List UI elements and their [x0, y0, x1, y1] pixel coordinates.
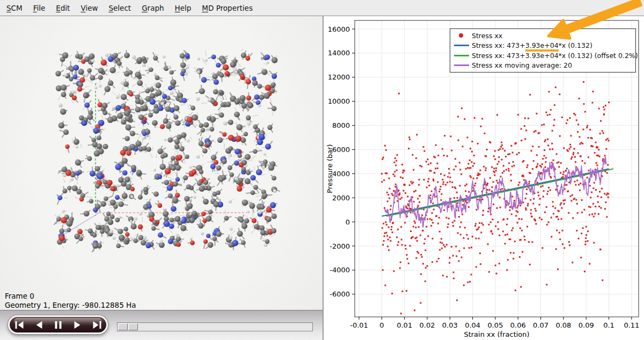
- x-axis-title: Strain xx (fraction): [464, 330, 529, 338]
- svg-text:0.1: 0.1: [603, 321, 614, 329]
- svg-text:0.04: 0.04: [465, 321, 480, 329]
- menu-item-edit[interactable]: Edit: [50, 1, 75, 15]
- menu-item-md-properties[interactable]: MD Properties: [196, 1, 258, 15]
- legend-dot-marker: [453, 33, 470, 38]
- legend-label: Stress xx: 473+3.93e+04*x (0.132) (offse…: [470, 52, 638, 60]
- y-axis-title: Pressure (bar): [326, 144, 334, 193]
- play-button[interactable]: [69, 317, 86, 332]
- frame-status: Frame 0 Geometry 1, Energy: -980.12885 H…: [5, 292, 136, 309]
- skip-to-end-icon: [92, 321, 101, 329]
- svg-text:16000: 16000: [328, 25, 350, 33]
- skip-to-start-button[interactable]: [11, 317, 28, 332]
- frame-label: Frame 0: [5, 292, 136, 301]
- application-window: SCM File Edit View Select Graph Help MD …: [0, 0, 644, 340]
- legend-label: Stress xx: 473+3.93e+04*x (0.132): [470, 41, 592, 49]
- svg-text:6000: 6000: [332, 146, 350, 154]
- playback-controls: [8, 315, 108, 334]
- frame-slider-thumb[interactable]: [118, 323, 138, 330]
- svg-text:0.05: 0.05: [487, 321, 503, 329]
- svg-text:0: 0: [379, 321, 384, 329]
- menu-item-scm[interactable]: SCM: [1, 1, 28, 15]
- pause-icon: [55, 321, 62, 329]
- svg-text:14000: 14000: [328, 49, 350, 57]
- svg-text:0.03: 0.03: [442, 321, 458, 329]
- menu-item-file[interactable]: File: [28, 1, 51, 15]
- play-icon: [74, 321, 82, 329]
- legend-line-marker: [453, 64, 470, 66]
- legend-label: Stress xx: [470, 32, 502, 40]
- svg-text:0.01: 0.01: [397, 321, 412, 329]
- menu-item-view[interactable]: View: [75, 1, 103, 15]
- svg-text:-2000: -2000: [330, 242, 350, 250]
- svg-text:0: 0: [346, 218, 350, 226]
- svg-text:0.02: 0.02: [420, 321, 435, 329]
- svg-text:-0.01: -0.01: [350, 321, 368, 329]
- legend-label: Stress xx moving average: 20: [470, 61, 572, 69]
- menu-bar: SCM File Edit View Select Graph Help MD …: [0, 0, 644, 16]
- legend-line-marker: [453, 45, 470, 46]
- svg-text:0.07: 0.07: [533, 321, 548, 329]
- legend-row: Stress xx moving average: 20: [453, 61, 634, 71]
- svg-text:12000: 12000: [328, 73, 350, 81]
- legend-row: Stress xx: [453, 31, 634, 41]
- molecule-viewer-panel: Frame 0 Geometry 1, Energy: -980.12885 H…: [0, 16, 324, 340]
- svg-text:2000: 2000: [332, 194, 350, 202]
- menu-item-select[interactable]: Select: [103, 1, 136, 15]
- menu-item-help[interactable]: Help: [170, 1, 197, 15]
- svg-text:0.06: 0.06: [510, 321, 526, 329]
- svg-text:8000: 8000: [332, 121, 350, 129]
- svg-text:-4000: -4000: [330, 266, 350, 274]
- skip-to-start-icon: [15, 321, 24, 329]
- svg-text:0.09: 0.09: [579, 321, 594, 329]
- frame-slider[interactable]: [117, 322, 313, 331]
- step-backward-icon: [35, 321, 43, 329]
- highlighted-slope-value: 3.93e+04: [525, 41, 559, 52]
- chart-panel: -0.0100.010.020.030.040.050.060.070.080.…: [324, 16, 644, 340]
- step-backward-button[interactable]: [31, 317, 47, 332]
- legend-line-marker: [453, 55, 470, 56]
- pause-button[interactable]: [50, 317, 67, 332]
- svg-text:-6000: -6000: [330, 290, 350, 298]
- svg-text:0.08: 0.08: [555, 321, 571, 329]
- geometry-energy-label: Geometry 1, Energy: -980.12885 Ha: [5, 301, 136, 310]
- legend-row: Stress xx: 473+3.93e+04*x (0.132): [453, 41, 634, 51]
- skip-to-end-button[interactable]: [89, 317, 105, 332]
- menu-item-graph[interactable]: Graph: [136, 1, 169, 15]
- svg-text:10000: 10000: [328, 97, 350, 105]
- chart-legend: Stress xxStress xx: 473+3.93e+04*x (0.13…: [450, 28, 636, 73]
- legend-row: Stress xx: 473+3.93e+04*x (0.132) (offse…: [453, 50, 634, 61]
- playback-control-bar: [0, 310, 323, 340]
- svg-text:0.11: 0.11: [624, 321, 639, 329]
- svg-text:4000: 4000: [332, 170, 350, 178]
